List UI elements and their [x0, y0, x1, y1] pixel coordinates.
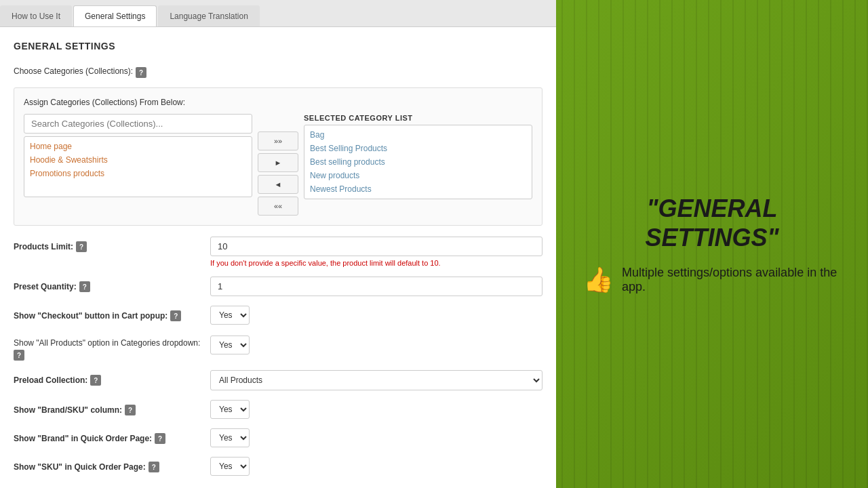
all-products-row: Show "All Products" option in Categories…: [14, 334, 542, 361]
page-title: GENERAL SETTINGS: [14, 41, 542, 52]
assign-label: Assign Categories (Collections) From Bel…: [24, 98, 532, 107]
move-right-button[interactable]: ►: [258, 153, 298, 172]
sku-quick-order-control: Yes No: [210, 457, 542, 476]
sku-quick-order-row: Show "SKU" in Quick Order Page: ? Yes No: [14, 457, 542, 476]
selected-item[interactable]: Best Selling Products: [304, 142, 532, 155]
brand-sku-select[interactable]: Yes No: [210, 400, 250, 419]
transfer-buttons: »» ► ◄ ««: [258, 114, 298, 216]
categories-field-label: Choose Categories (Collections): ?: [14, 62, 210, 78]
tab-how-to-use[interactable]: How to Use It: [0, 5, 72, 26]
list-item[interactable]: Promotions products: [24, 167, 252, 180]
move-all-right-button[interactable]: »»: [258, 131, 298, 150]
all-products-help-icon[interactable]: ?: [14, 350, 24, 361]
preload-collection-row: Preload Collection: ? All Products None: [14, 370, 542, 390]
preload-collection-label: Preload Collection: ?: [14, 370, 210, 386]
products-limit-warning: If you don't provide a specific value, t…: [210, 259, 542, 267]
categories-section: Assign Categories (Collections) From Bel…: [14, 87, 542, 226]
checkout-button-control: Yes No: [210, 306, 542, 325]
brand-quick-order-control: Yes No: [210, 428, 542, 447]
categories-help-icon[interactable]: ?: [136, 67, 146, 78]
selected-item[interactable]: Bag: [304, 128, 532, 142]
brand-sku-help-icon[interactable]: ?: [125, 405, 136, 415]
thumbs-up-icon: 👍: [583, 266, 614, 294]
products-limit-control: If you don't provide a specific value, t…: [210, 237, 542, 267]
all-products-label: Show "All Products" option in Categories…: [14, 334, 210, 361]
promo-title: "GENERAL SETTINGS": [583, 194, 841, 252]
preset-quantity-control: [210, 277, 542, 296]
promo-description: 👍 Multiple settings/options available in…: [583, 266, 841, 294]
categories-search-input[interactable]: [24, 114, 252, 134]
selected-item[interactable]: Newest Products: [304, 182, 532, 196]
brand-sku-label: Show "Brand/SKU" column: ?: [14, 400, 210, 415]
promo-panel: "GENERAL SETTINGS" 👍 Multiple settings/o…: [556, 0, 868, 488]
brand-quick-order-row: Show "Brand" in Quick Order Page: ? Yes …: [14, 428, 542, 447]
move-all-left-button[interactable]: ««: [258, 197, 298, 216]
list-item[interactable]: Hoodie & Sweatshirts: [24, 153, 252, 167]
categories-right-col: SELECTED CATEGORY LIST Bag Best Selling …: [304, 114, 532, 199]
move-left-button[interactable]: ◄: [258, 175, 298, 194]
sku-quick-help-icon[interactable]: ?: [149, 462, 159, 472]
tab-language-translation[interactable]: Language Translation: [158, 5, 259, 26]
preload-collection-control: All Products None: [210, 370, 542, 390]
checkout-button-label: Show "Checkout" button in Cart popup: ?: [14, 306, 210, 321]
categories-left-col: Home page Hoodie & Sweatshirts Promotion…: [24, 114, 252, 197]
selected-item[interactable]: New products: [304, 169, 532, 182]
tab-general-settings[interactable]: General Settings: [73, 5, 157, 26]
selected-category-label: SELECTED CATEGORY LIST: [304, 114, 532, 122]
categories-listbox[interactable]: Home page Hoodie & Sweatshirts Promotion…: [24, 136, 252, 197]
all-products-select[interactable]: Yes No: [210, 336, 250, 354]
brand-sku-row: Show "Brand/SKU" column: ? Yes No: [14, 400, 542, 419]
preset-quantity-help-icon[interactable]: ?: [79, 281, 90, 292]
brand-quick-help-icon[interactable]: ?: [155, 433, 165, 444]
checkout-button-row: Show "Checkout" button in Cart popup: ? …: [14, 306, 542, 325]
preset-quantity-row: Preset Quantity: ?: [14, 277, 542, 296]
selected-categories-listbox[interactable]: Bag Best Selling Products Best selling p…: [304, 125, 532, 199]
sku-quick-order-select[interactable]: Yes No: [210, 457, 250, 476]
categories-row: Home page Hoodie & Sweatshirts Promotion…: [24, 114, 532, 216]
checkout-button-select[interactable]: Yes No: [210, 306, 250, 325]
preset-quantity-input[interactable]: [210, 277, 542, 296]
content-area: GENERAL SETTINGS Choose Categories (Coll…: [0, 27, 556, 488]
products-limit-help-icon[interactable]: ?: [76, 241, 87, 252]
list-item[interactable]: Home page: [24, 140, 252, 153]
brand-quick-order-select[interactable]: Yes No: [210, 428, 250, 447]
all-products-control: Yes No: [210, 334, 542, 354]
preload-collection-select[interactable]: All Products None: [210, 370, 542, 390]
preset-quantity-label: Preset Quantity: ?: [14, 277, 210, 292]
brand-sku-control: Yes No: [210, 400, 542, 419]
preload-help-icon[interactable]: ?: [90, 375, 101, 386]
products-limit-label: Products Limit: ?: [14, 237, 210, 252]
products-limit-row: Products Limit: ? If you don't provide a…: [14, 237, 542, 267]
categories-field-row: Choose Categories (Collections): ?: [14, 62, 542, 78]
selected-item[interactable]: Best selling products: [304, 155, 532, 169]
products-limit-input[interactable]: [210, 237, 542, 256]
tabs-bar: How to Use It General Settings Language …: [0, 0, 556, 27]
brand-quick-order-label: Show "Brand" in Quick Order Page: ?: [14, 428, 210, 444]
checkout-help-icon[interactable]: ?: [170, 310, 181, 321]
sku-quick-order-label: Show "SKU" in Quick Order Page: ?: [14, 457, 210, 472]
